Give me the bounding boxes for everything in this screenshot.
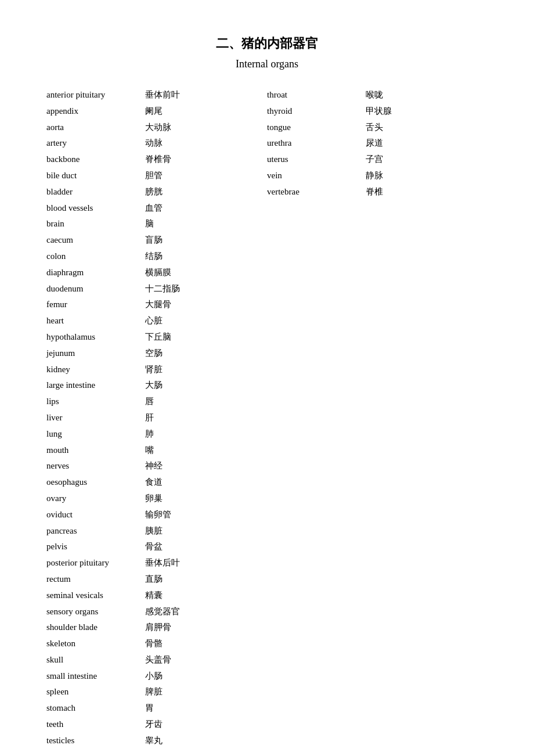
list-item: backbone脊椎骨 (46, 152, 267, 167)
english-term: posterior pituitary (46, 556, 145, 571)
english-term: seminal vesicals (46, 588, 145, 603)
english-term: brain (46, 217, 145, 232)
list-item: appendix阑尾 (46, 104, 267, 119)
chinese-term: 食道 (145, 475, 203, 490)
english-term: oesophagus (46, 475, 145, 490)
english-term: jejunum (46, 346, 145, 361)
english-term: artery (46, 136, 145, 151)
chinese-term: 心脏 (145, 314, 203, 329)
chinese-term: 睾丸 (145, 733, 203, 748)
chinese-term: 卵巢 (145, 491, 203, 506)
english-term: spleen (46, 685, 145, 700)
list-item: brain脑 (46, 217, 267, 232)
list-item: bile duct胆管 (46, 168, 267, 183)
english-term: femur (46, 297, 145, 312)
chinese-term: 血管 (145, 201, 203, 216)
chinese-term: 小肠 (145, 669, 203, 684)
chinese-term: 横膈膜 (145, 265, 203, 280)
english-term: uterus (267, 152, 366, 167)
chinese-term: 静脉 (366, 168, 424, 183)
english-term: small intestine (46, 669, 145, 684)
chinese-term: 骨骼 (145, 636, 203, 651)
chinese-term: 嘴 (145, 443, 203, 458)
chinese-term: 大动脉 (145, 120, 203, 135)
chinese-term: 胰脏 (145, 524, 203, 539)
english-term: teeth (46, 717, 145, 732)
english-term: lips (46, 394, 145, 409)
english-term: blood vessels (46, 201, 145, 216)
page-subtitle: Internal organs (46, 58, 488, 70)
chinese-term: 大肠 (145, 378, 203, 393)
page-title: 二、猪的内部器官 (46, 35, 488, 52)
list-item: caecum盲肠 (46, 233, 267, 248)
english-term: throat (267, 88, 366, 103)
chinese-term: 胃 (145, 701, 203, 716)
english-term: vertebrae (267, 185, 366, 200)
chinese-term: 精囊 (145, 588, 203, 603)
list-item: rectum直肠 (46, 572, 267, 587)
list-item: heart心脏 (46, 314, 267, 329)
list-item: aorta大动脉 (46, 120, 267, 135)
english-term: shoulder blade (46, 620, 145, 635)
list-item: small intestine小肠 (46, 669, 267, 684)
list-item: thyroid甲状腺 (267, 104, 430, 119)
list-item: teeth牙齿 (46, 717, 267, 732)
left-column: anterior pituitary垂体前叶appendix阑尾aorta大动脉… (46, 88, 267, 750)
list-item: testicles睾丸 (46, 733, 267, 748)
chinese-term: 阑尾 (145, 104, 203, 119)
list-item: skull头盖骨 (46, 653, 267, 668)
list-item: blood vessels血管 (46, 201, 267, 216)
chinese-term: 肾脏 (145, 362, 203, 377)
list-item: oesophagus食道 (46, 475, 267, 490)
english-term: bladder (46, 185, 145, 200)
chinese-term: 大腿骨 (145, 297, 203, 312)
list-item: mouth嘴 (46, 443, 267, 458)
chinese-term: 胆管 (145, 168, 203, 183)
list-item: artery动脉 (46, 136, 267, 151)
chinese-term: 十二指肠 (145, 282, 203, 297)
english-term: oviduct (46, 507, 145, 523)
list-item: uterus子宫 (267, 152, 430, 167)
right-column: throat喉咙thyroid甲状腺tongue舌头urethra尿道uteru… (267, 88, 430, 750)
chinese-term: 肝 (145, 411, 203, 426)
chinese-term: 脊椎 (366, 185, 424, 200)
chinese-term: 尿道 (366, 136, 424, 151)
english-term: nerves (46, 459, 145, 474)
chinese-term: 结肠 (145, 249, 203, 264)
english-term: bile duct (46, 168, 145, 183)
chinese-term: 子宫 (366, 152, 424, 167)
list-item: large intestine大肠 (46, 378, 267, 393)
list-item: posterior pituitary垂体后叶 (46, 556, 267, 571)
english-term: lung (46, 427, 145, 442)
list-item: kidney肾脏 (46, 362, 267, 377)
chinese-term: 脾脏 (145, 685, 203, 700)
english-term: caecum (46, 233, 145, 248)
english-term: vein (267, 168, 366, 183)
chinese-term: 直肠 (145, 572, 203, 587)
list-item: vertebrae脊椎 (267, 185, 430, 200)
english-term: rectum (46, 572, 145, 587)
list-item: lung肺 (46, 427, 267, 442)
chinese-term: 下丘脑 (145, 330, 203, 345)
list-item: pancreas胰脏 (46, 524, 267, 539)
english-term: diaphragm (46, 265, 145, 280)
chinese-term: 脊椎骨 (145, 152, 203, 167)
chinese-term: 垂体前叶 (145, 88, 203, 103)
list-item: ovary卵巢 (46, 491, 267, 506)
chinese-term: 喉咙 (366, 88, 424, 103)
list-item: bladder膀胱 (46, 185, 267, 200)
list-item: skeleton骨骼 (46, 636, 267, 651)
english-term: ovary (46, 491, 145, 506)
english-term: tongue (267, 120, 366, 135)
chinese-term: 垂体后叶 (145, 556, 203, 571)
chinese-term: 头盖骨 (145, 653, 203, 668)
list-item: hypothalamus下丘脑 (46, 330, 267, 345)
chinese-term: 脑 (145, 217, 203, 232)
chinese-term: 肺 (145, 427, 203, 442)
english-term: heart (46, 314, 145, 329)
english-term: skull (46, 653, 145, 668)
english-term: testicles (46, 733, 145, 748)
chinese-term: 甲状腺 (366, 104, 424, 119)
list-item: diaphragm横膈膜 (46, 265, 267, 280)
list-item: seminal vesicals精囊 (46, 588, 267, 603)
